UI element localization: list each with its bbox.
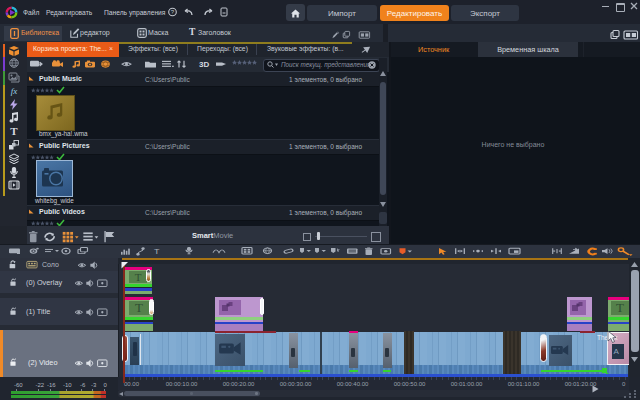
svg-text:?: ? [171,9,175,15]
svg-text:3D: 3D [199,61,209,69]
svg-text:T: T [154,248,160,255]
svg-text:fx: fx [11,86,18,96]
svg-text:T: T [10,125,18,137]
